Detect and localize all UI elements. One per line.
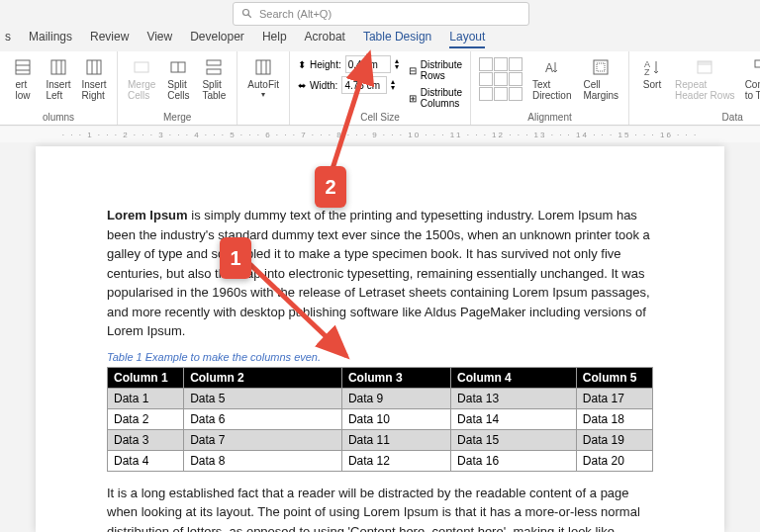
paragraph-2[interactable]: It is a long established fact that a rea… [107,484,653,533]
group-label-data: Data [637,112,760,123]
text-direction-button[interactable]: AText Direction [530,55,573,103]
svg-rect-11 [135,62,148,72]
sort-button[interactable]: AZSort [637,55,667,103]
search-icon [241,8,253,20]
annotation-marker-2: 2 [315,166,346,208]
ribbon: ert low Insert Left Insert Right olumns … [0,51,760,126]
table-cell[interactable]: Data 12 [341,450,450,471]
split-cells-icon [168,57,188,77]
para1-bold: Lorem Ipsum [107,208,188,222]
insert-left-icon [48,57,68,77]
table-cell[interactable]: Data 9 [341,388,450,408]
table-cell[interactable]: Data 2 [108,408,184,429]
insert-left-button[interactable]: Insert Left [44,55,73,103]
alignment-grid[interactable] [479,57,522,101]
tab-table-design[interactable]: Table Design [363,30,431,48]
table-cell[interactable]: Data 5 [184,388,342,408]
table-cell[interactable]: Data 8 [184,450,342,471]
text-direction-icon: A [542,57,562,77]
spinner-icon[interactable]: ▴▾ [395,58,399,70]
group-cell-size: ⬍Height:▴▾ ⬌Width:▴▾ ⊟Distribute Rows ⊞D… [290,51,471,125]
annotation-marker-1: 1 [220,237,251,279]
group-rows-columns: ert low Insert Left Insert Right olumns [0,51,118,125]
tab-mailings[interactable]: Mailings [29,30,72,48]
distribute-rows-button[interactable]: ⊟Distribute Rows [409,59,462,81]
table-cell[interactable]: Data 13 [451,388,577,408]
table-cell[interactable]: Data 18 [576,408,652,429]
svg-rect-2 [16,60,30,74]
table-cell[interactable]: Data 6 [184,408,342,429]
sort-icon: AZ [642,57,662,77]
cell-margins-button[interactable]: Cell Margins [581,55,620,103]
tab-review[interactable]: Review [90,30,129,48]
table-cell[interactable]: Data 19 [576,429,652,450]
insert-right-icon [84,57,104,77]
svg-text:Z: Z [644,67,650,76]
table-row[interactable]: Data 4Data 8Data 12Data 16Data 20 [108,450,653,471]
tab-help[interactable]: Help [262,30,287,48]
table-row[interactable]: Data 2Data 6Data 10Data 14Data 18 [108,408,653,429]
svg-rect-26 [755,60,760,67]
table-header[interactable]: Column 2 [184,367,342,388]
table-cell[interactable]: Data 4 [108,450,184,471]
svg-rect-15 [207,69,221,74]
tab-layout[interactable]: Layout [449,30,485,48]
table-cell[interactable]: Data 20 [576,450,652,471]
group-merge: Merge Cells Split Cells Split Table Merg… [118,51,238,125]
svg-rect-20 [594,60,608,74]
paragraph-1[interactable]: Lorem Ipsum is simply dummy text of the … [107,206,653,341]
table-caption[interactable]: Table 1 Example to make the columns even… [107,351,653,363]
spinner-icon[interactable]: ▴▾ [391,79,395,91]
convert-text-icon: a [752,57,760,77]
convert-text-button[interactable]: aConvert to Text [743,55,760,103]
table-cell[interactable]: Data 10 [341,408,450,429]
table-cell[interactable]: Data 7 [184,429,342,450]
horizontal-ruler[interactable]: · · · 1 · · · 2 · · · 3 · · · 4 · · · 5 … [0,127,760,142]
table-header[interactable]: Column 5 [576,367,652,388]
repeat-header-icon [695,57,714,77]
table-cell[interactable]: Data 11 [341,429,450,450]
split-table-button[interactable]: Split Table [199,55,229,103]
svg-rect-14 [207,60,221,65]
autofit-icon [253,57,273,77]
document-page: Lorem Ipsum is simply dummy text of the … [36,146,724,532]
merge-cells-button: Merge Cells [126,55,157,103]
insert-below-button[interactable]: ert low [8,55,38,103]
table-header[interactable]: Column 4 [451,367,577,388]
table-cell[interactable]: Data 15 [451,429,577,450]
tab-partial[interactable]: s [5,30,11,48]
tab-view[interactable]: View [146,30,172,48]
distribute-columns-button[interactable]: ⊞Distribute Columns [409,87,462,109]
height-input[interactable] [345,55,391,73]
table-cell[interactable]: Data 17 [576,388,652,408]
table-cell[interactable]: Data 3 [108,429,184,450]
table-header[interactable]: Column 1 [108,367,184,388]
svg-point-0 [243,10,249,16]
distribute-cols-icon: ⊞ [409,93,417,104]
table-cell[interactable]: Data 14 [451,408,577,429]
tab-developer[interactable]: Developer [190,30,244,48]
svg-rect-21 [597,63,605,71]
search-box[interactable]: Search (Alt+Q) [233,2,529,26]
autofit-button[interactable]: AutoFit▾ [245,55,281,101]
table-header[interactable]: Column 3 [341,367,450,388]
search-placeholder: Search (Alt+Q) [259,8,332,20]
merge-cells-icon [132,57,151,77]
height-label: Height: [310,59,341,70]
ribbon-tabs: s Mailings Review View Developer Help Ac… [0,30,485,48]
table-cell[interactable]: Data 16 [451,450,577,471]
group-label-merge: Merge [126,112,229,123]
svg-rect-5 [51,60,65,74]
group-label-rows-cols: olumns [8,112,109,123]
split-cells-button[interactable]: Split Cells [163,55,193,103]
split-table-icon [204,57,224,77]
table-cell[interactable]: Data 1 [108,388,184,408]
width-input[interactable] [341,76,387,94]
data-table[interactable]: Column 1Column 2Column 3Column 4Column 5… [107,367,653,472]
table-row[interactable]: Data 3Data 7Data 11Data 15Data 19 [108,429,653,450]
tab-acrobat[interactable]: Acrobat [305,30,345,48]
insert-below-icon [13,57,33,77]
table-row[interactable]: Data 1Data 5Data 9Data 13Data 17 [108,388,653,408]
insert-right-button[interactable]: Insert Right [79,55,109,103]
group-label-alignment: Alignment [479,112,620,123]
